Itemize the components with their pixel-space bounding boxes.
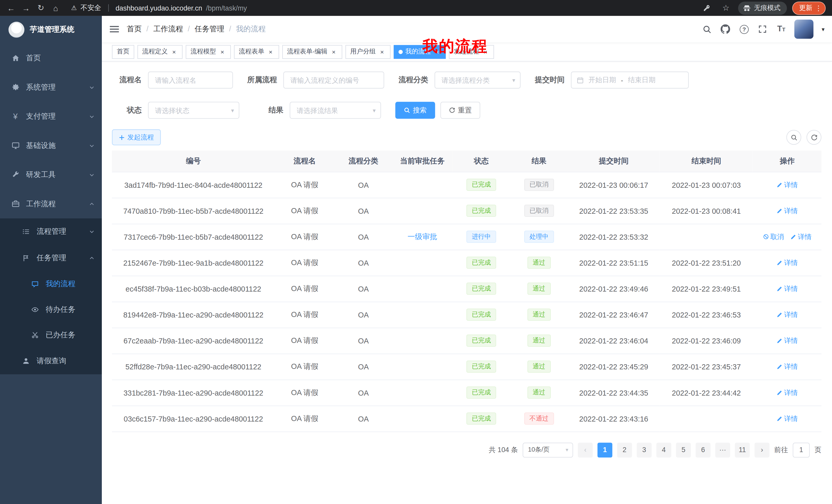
refresh-table-icon[interactable] [807, 130, 822, 145]
tab-process-model[interactable]: 流程模型× [186, 45, 231, 59]
browser-home-icon[interactable]: ⌂ [49, 2, 63, 15]
cancel-link[interactable]: 取消 [763, 232, 784, 242]
page-button-3[interactable]: 3 [637, 442, 652, 457]
github-icon[interactable] [721, 24, 731, 34]
detail-link[interactable]: 详情 [777, 336, 798, 345]
close-icon[interactable]: × [218, 48, 226, 55]
tab-home[interactable]: 首页 [112, 45, 134, 59]
sidebar-item-leave-query[interactable]: 请假查询 [0, 348, 102, 374]
update-button[interactable]: 更新 ⋮ [792, 1, 826, 15]
browser-back-icon[interactable]: ← [4, 2, 18, 15]
status-select[interactable]: ▾ [148, 102, 239, 119]
detail-link[interactable]: 详情 [790, 232, 812, 242]
table-row: 7317cec6-7b9b-11ec-b5b7-acde48001122 OA … [112, 224, 821, 250]
reset-button[interactable]: 重置 [440, 102, 480, 119]
show-search-icon[interactable] [786, 130, 801, 145]
sidebar-item-infrastructure[interactable]: 基础设施 [0, 131, 102, 160]
browser-menu-icon[interactable]: ⋮ [815, 4, 822, 12]
sidebar-item-todo-tasks[interactable]: 待办任务 [0, 297, 102, 323]
process-definition-input[interactable] [283, 72, 384, 89]
next-page-button[interactable]: › [755, 442, 770, 457]
status-value[interactable] [148, 102, 239, 119]
security-label[interactable]: 不安全 [80, 3, 101, 12]
close-icon[interactable]: × [267, 48, 274, 55]
sidebar-item-system[interactable]: 系统管理 [0, 73, 102, 102]
tab-process-form[interactable]: 流程表单× [234, 45, 279, 59]
bookmark-star-icon[interactable]: ☆ [719, 2, 733, 15]
page-size-select[interactable]: 10条/页 ▾ [523, 442, 573, 457]
refresh-icon [449, 107, 455, 114]
sidebar-item-process-management[interactable]: 流程管理 [0, 218, 102, 245]
cell-submit-time: 2022-01-22 23:45:29 [568, 354, 659, 380]
breadcrumb-task-management[interactable]: 任务管理 [183, 24, 225, 34]
tab-start-process[interactable]: 发起流程× [449, 45, 494, 59]
page-button-11[interactable]: 11 [735, 442, 750, 457]
sidebar-item-label: 工作流程 [26, 199, 56, 208]
close-icon[interactable]: × [482, 48, 489, 55]
app-logo[interactable]: 芋道管理系统 [0, 16, 102, 44]
sidebar-item-my-process[interactable]: 我的流程 [0, 272, 102, 297]
fullscreen-icon[interactable] [757, 24, 768, 34]
breadcrumb-workflow[interactable]: 工作流程 [142, 24, 183, 34]
result-badge: 通过 [527, 283, 551, 295]
result-value[interactable] [290, 102, 381, 119]
browser-reload-icon[interactable]: ↻ [34, 2, 48, 15]
search-icon[interactable] [702, 24, 712, 34]
font-size-icon[interactable]: TT [776, 24, 786, 34]
sidebar-toggle-icon[interactable] [102, 26, 127, 32]
close-icon[interactable]: × [434, 48, 441, 55]
result-badge: 通过 [527, 257, 551, 269]
close-icon[interactable]: × [170, 48, 178, 55]
page-button-6[interactable]: 6 [696, 442, 711, 457]
sidebar-item-done-tasks[interactable]: 已办任务 [0, 323, 102, 348]
close-icon[interactable]: × [378, 48, 386, 55]
current-task-link[interactable]: 一级审批 [408, 232, 437, 241]
page-button-4[interactable]: 4 [656, 442, 671, 457]
submit-time-range-picker[interactable]: 开始日期 - 结束日期 [571, 72, 689, 89]
prev-page-button[interactable]: ‹ [578, 442, 593, 457]
tab-my-process[interactable]: 我的流程× [394, 45, 446, 59]
cell-id: 03c6c157-7b9a-11ec-a290-acde48001122 [112, 405, 275, 431]
result-select[interactable]: ▾ [290, 102, 381, 119]
breadcrumb-home[interactable]: 首页 [127, 24, 142, 34]
cell-result: 已取消 [510, 172, 568, 198]
detail-link[interactable]: 详情 [777, 284, 798, 293]
close-icon[interactable]: × [330, 48, 338, 55]
page-button-2[interactable]: 2 [617, 442, 632, 457]
page-button-5[interactable]: 5 [676, 442, 691, 457]
page-button-1[interactable]: 1 [598, 442, 613, 457]
key-icon[interactable] [700, 2, 714, 15]
detail-link[interactable]: 详情 [777, 310, 798, 319]
sidebar-item-payment[interactable]: ¥ 支付管理 [0, 102, 102, 131]
detail-link[interactable]: 详情 [777, 362, 798, 371]
help-icon[interactable]: ? [739, 24, 750, 34]
tab-process-definition[interactable]: 流程定义× [137, 45, 183, 59]
browser-forward-icon[interactable]: → [19, 2, 33, 15]
sidebar-item-devtools[interactable]: 研发工具 [0, 160, 102, 189]
detail-link[interactable]: 详情 [777, 388, 798, 397]
sidebar-item-home[interactable]: 首页 [0, 44, 102, 73]
avatar[interactable] [795, 20, 813, 38]
process-category-select[interactable]: ▾ [435, 72, 520, 89]
more-pages-button[interactable]: ··· [715, 442, 730, 457]
search-button[interactable]: 搜索 [395, 102, 435, 119]
detail-link[interactable]: 详情 [777, 180, 798, 190]
process-name-input[interactable] [148, 72, 233, 89]
sidebar-item-label: 我的流程 [46, 279, 75, 289]
tab-user-group[interactable]: 用户分组× [345, 45, 391, 59]
avatar-caret-icon[interactable]: ▾ [822, 26, 825, 33]
incognito-chip[interactable]: 无痕模式 [738, 1, 787, 15]
tab-process-form-edit[interactable]: 流程表单-编辑× [282, 45, 342, 59]
process-category-value[interactable] [435, 72, 520, 89]
sidebar-item-task-management[interactable]: 任务管理 [0, 245, 102, 271]
detail-link[interactable]: 详情 [777, 414, 798, 423]
detail-link[interactable]: 详情 [777, 258, 798, 268]
jump-page-input[interactable] [793, 442, 810, 457]
detail-link[interactable]: 详情 [777, 206, 798, 216]
sidebar-item-workflow[interactable]: 工作流程 [0, 189, 102, 219]
cell-id: 2152467e-7b9b-11ec-9a1b-acde48001122 [112, 250, 275, 276]
start-process-button[interactable]: 发起流程 [112, 130, 161, 145]
edit-icon [777, 286, 783, 291]
cell-name: OA 请假 [275, 302, 335, 328]
address-bar[interactable]: ⚠ 不安全 dashboard.yudao.iocoder.cn/bpm/tas… [71, 3, 699, 12]
